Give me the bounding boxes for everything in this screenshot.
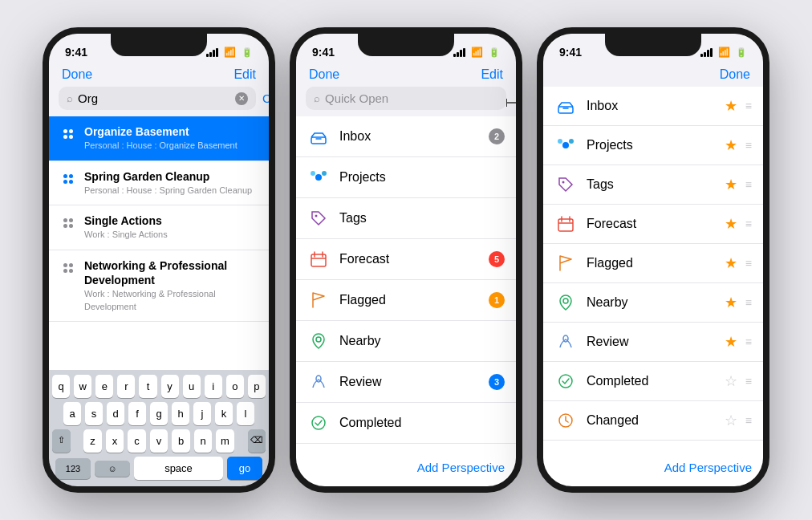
phone-2: 9:41 📶 🔋 Done Edit [290, 27, 522, 493]
persp-label-tags: Tags [339, 211, 505, 225]
result-item-spring-garden[interactable]: Spring Garden Cleanup Personal : House :… [49, 161, 269, 206]
result-title-1: Organize Basement [84, 124, 258, 139]
edit-button-1[interactable]: Edit [233, 67, 256, 82]
done-button-1[interactable]: Done [62, 67, 92, 82]
key-e[interactable]: e [95, 375, 113, 398]
wifi-icon-3: 📶 [718, 47, 730, 58]
edit-button-2[interactable]: Edit [481, 67, 503, 82]
star-changed[interactable]: ☆ [725, 412, 737, 429]
status-bar-3: 9:41 📶 🔋 [543, 34, 763, 66]
flagged-icon-2 [307, 289, 330, 311]
key-v[interactable]: v [150, 429, 168, 453]
kb-bottom: 123 ☺ space go [52, 457, 266, 480]
drag-handle-completed[interactable]: ≡ [745, 375, 752, 388]
done-button-3[interactable]: Done [720, 67, 750, 82]
persp-item-flagged[interactable]: Flagged 1 [296, 280, 516, 321]
edit-item-projects[interactable]: Projects ★ ≡ [543, 126, 763, 165]
key-space[interactable]: space [134, 457, 223, 480]
key-z[interactable]: z [83, 429, 102, 453]
key-k[interactable]: k [215, 402, 233, 425]
key-q[interactable]: q [52, 375, 70, 398]
star-nearby[interactable]: ★ [725, 294, 737, 311]
drag-handle-nearby[interactable]: ≡ [745, 296, 752, 309]
drag-handle-tags[interactable]: ≡ [745, 178, 752, 191]
key-b[interactable]: b [172, 429, 190, 453]
key-n[interactable]: n [194, 429, 213, 453]
key-123[interactable]: 123 [55, 458, 91, 479]
persp-item-projects[interactable]: Projects [296, 157, 516, 198]
quick-open-label: Quick Open [325, 91, 388, 105]
key-a[interactable]: a [63, 402, 81, 425]
star-forecast[interactable]: ★ [725, 215, 737, 233]
key-j[interactable]: j [193, 402, 211, 425]
edit-item-review[interactable]: Review ★ ≡ [543, 323, 763, 362]
star-completed[interactable]: ☆ [725, 372, 737, 390]
quick-open-bar[interactable]: ⌕ Quick Open [306, 87, 506, 110]
cancel-button-1[interactable]: Cancel [262, 91, 269, 105]
add-perspective-button-3[interactable]: Add Perspective [664, 461, 752, 474]
phone-1: 9:41 📶 🔋 Done Edit [43, 27, 275, 493]
persp-item-completed[interactable]: Completed [296, 403, 516, 444]
svg-point-2 [315, 174, 322, 181]
drag-handle-inbox[interactable]: ≡ [745, 100, 752, 112]
result-item-single-actions[interactable]: Single Actions Work : Single Actions [49, 205, 269, 250]
star-review[interactable]: ★ [725, 333, 737, 351]
edit-item-high-priority[interactable]: High Priority ☆ ≡ [543, 441, 763, 449]
key-y[interactable]: y [161, 375, 179, 398]
persp-item-nearby[interactable]: Nearby [296, 321, 516, 362]
persp-item-forecast[interactable]: Forecast 5 [296, 239, 516, 280]
key-delete[interactable]: ⌫ [248, 429, 266, 453]
key-w[interactable]: w [74, 375, 91, 398]
key-o[interactable]: o [226, 375, 244, 398]
edit-item-flagged[interactable]: Flagged ★ ≡ [543, 244, 763, 283]
key-r[interactable]: r [117, 375, 135, 398]
edit-item-completed[interactable]: Completed ☆ ≡ [543, 362, 763, 401]
status-icons-2: 📶 🔋 [453, 47, 500, 58]
search-input-1[interactable] [78, 91, 230, 105]
battery-icon-2: 🔋 [489, 47, 500, 58]
clear-button-1[interactable]: ✕ [235, 92, 248, 105]
key-f[interactable]: f [128, 402, 146, 425]
persp-item-tags[interactable]: Tags [296, 198, 516, 239]
add-perspective-button-2[interactable]: Add Perspective [417, 461, 505, 474]
key-s[interactable]: s [85, 402, 103, 425]
key-g[interactable]: g [150, 402, 168, 425]
key-u[interactable]: u [183, 375, 201, 398]
key-t[interactable]: t [139, 375, 156, 398]
key-emoji[interactable]: ☺ [95, 461, 130, 477]
edit-item-tags[interactable]: Tags ★ ≡ [543, 165, 763, 205]
result-item-organize-basement[interactable]: Organize Basement Personal : House : Org… [49, 116, 269, 161]
result-subtitle-3: Work : Single Actions [84, 229, 258, 241]
star-flagged[interactable]: ★ [725, 254, 737, 272]
drag-handle-projects[interactable]: ≡ [745, 139, 752, 152]
time-1: 9:41 [65, 46, 87, 59]
edit-item-nearby[interactable]: Nearby ★ ≡ [543, 283, 763, 323]
key-l[interactable]: l [237, 402, 254, 425]
key-c[interactable]: c [128, 429, 146, 453]
key-d[interactable]: d [107, 402, 124, 425]
edit-item-forecast[interactable]: Forecast ★ ≡ [543, 205, 763, 244]
persp-item-changed[interactable]: Changed [296, 444, 516, 449]
key-h[interactable]: h [172, 402, 189, 425]
star-tags[interactable]: ★ [725, 176, 737, 193]
star-projects[interactable]: ★ [725, 136, 737, 154]
star-inbox[interactable]: ★ [725, 97, 737, 115]
key-p[interactable]: p [248, 375, 266, 398]
drag-handle-review[interactable]: ≡ [745, 335, 752, 348]
key-m[interactable]: m [216, 429, 234, 453]
key-go[interactable]: go [227, 457, 262, 480]
persp-item-review[interactable]: Review 3 [296, 362, 516, 403]
key-x[interactable]: x [106, 429, 124, 453]
drag-handle-changed[interactable]: ≡ [745, 414, 752, 427]
key-i[interactable]: i [205, 375, 222, 398]
edit-item-inbox[interactable]: Inbox ★ ≡ [543, 87, 763, 126]
drag-handle-flagged[interactable]: ≡ [745, 257, 752, 270]
drag-handle-forecast[interactable]: ≡ [745, 217, 752, 230]
key-shift[interactable]: ⇧ [52, 429, 71, 453]
persp-label-projects: Projects [339, 170, 505, 185]
persp-item-inbox[interactable]: Inbox 2 [296, 116, 516, 157]
result-item-networking[interactable]: Networking & Professional Development Wo… [49, 250, 269, 322]
edit-item-changed[interactable]: Changed ☆ ≡ [543, 401, 763, 441]
svg-point-31 [563, 299, 568, 303]
done-button-2[interactable]: Done [309, 67, 339, 82]
